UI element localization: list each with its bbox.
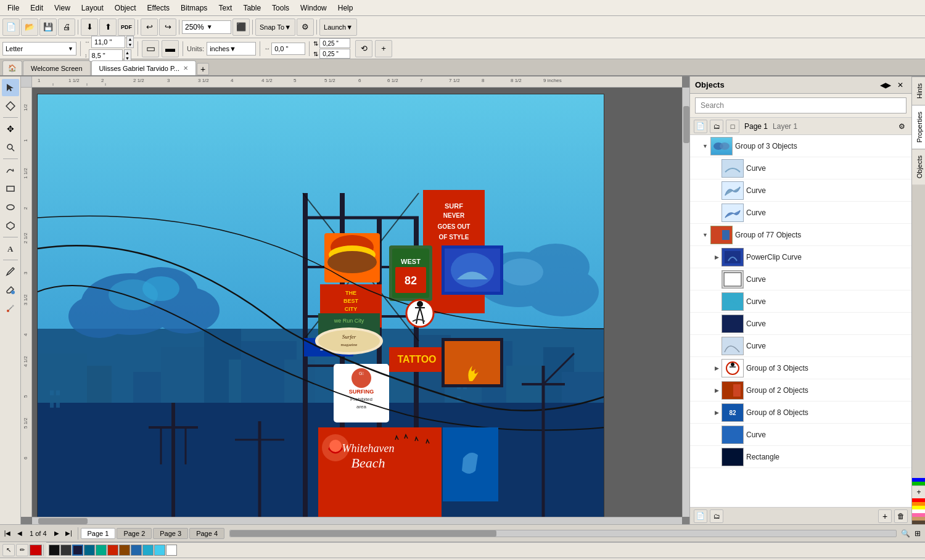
expand-group8-arrow[interactable]: ▶	[715, 410, 719, 416]
menu-tools[interactable]: Tools	[267, 2, 294, 14]
zoom-tool-btn[interactable]	[2, 139, 19, 156]
export-button[interactable]: ⬆	[99, 19, 117, 36]
menu-edit[interactable]: Edit	[25, 2, 48, 14]
menu-window[interactable]: Window	[295, 2, 332, 14]
text-tool-btn[interactable]: A	[2, 240, 19, 257]
obj-curve-blue[interactable]: ▶ Curve	[690, 424, 911, 446]
obj-tool-layer-icon[interactable]: 🗂	[710, 120, 723, 133]
swatch-red[interactable]	[107, 545, 118, 556]
polygon-tool-btn[interactable]	[2, 217, 19, 234]
obj-delete-btn[interactable]: 🗑	[894, 509, 908, 523]
obj-tool-page-icon[interactable]: 📄	[694, 120, 707, 133]
page-height-input[interactable]	[89, 49, 123, 62]
obj-group-nosurfing[interactable]: ▶ Group of 3 Objects	[690, 357, 911, 379]
snap-to-dropdown[interactable]: Snap To▼	[255, 19, 295, 36]
swatch-darkgray[interactable]	[60, 545, 72, 556]
eyedropper-tool-btn[interactable]	[2, 300, 19, 317]
menu-text[interactable]: Text	[213, 2, 237, 14]
redo-button[interactable]: ↪	[159, 19, 176, 36]
print-button[interactable]: 🖨	[58, 19, 75, 36]
canvas-viewport[interactable]: SURF NEVER GOES OUT OF STYLE THE BEST CI…	[32, 88, 682, 517]
menu-view[interactable]: View	[49, 2, 75, 14]
swatch-teal[interactable]	[84, 545, 95, 556]
pdf-button[interactable]: PDF	[118, 19, 135, 36]
swatch-black[interactable]	[49, 545, 60, 556]
panel-float-btn[interactable]: ◀▶	[879, 79, 892, 91]
page-hscroll-thumb[interactable]	[230, 530, 496, 537]
menu-layout[interactable]: Layout	[76, 2, 109, 14]
units-dropdown[interactable]: inches▼	[207, 42, 256, 56]
menu-bitmaps[interactable]: Bitmaps	[176, 2, 212, 14]
swatch-white[interactable]	[166, 545, 177, 556]
obj-group-8[interactable]: ▶ 82 Group of 8 Objects	[690, 401, 911, 424]
page-hscroll[interactable]	[229, 530, 897, 537]
obj-rectangle-dark[interactable]: ▶ Rectangle	[690, 446, 911, 468]
obj-powerclip[interactable]: ▶ PowerClip Curve	[690, 246, 911, 268]
swatch-green[interactable]	[96, 545, 107, 556]
zoom-out-btn[interactable]: 🔍	[899, 527, 911, 540]
page-tab-1[interactable]: Page 1	[81, 528, 116, 539]
swatch-lightblue[interactable]	[142, 545, 154, 556]
add-color-btn[interactable]: +	[912, 486, 925, 498]
properties-tab[interactable]: Properties	[912, 105, 925, 149]
objects-tab[interactable]: Objects	[912, 149, 925, 184]
menu-effects[interactable]: Effects	[142, 2, 175, 14]
menu-object[interactable]: Object	[110, 2, 141, 14]
pan-tool-btn[interactable]: ✥	[2, 120, 19, 138]
obj-layer-view-btn[interactable]: 🗂	[710, 509, 723, 523]
obj-settings-btn[interactable]: ⚙	[895, 120, 908, 133]
page-tab-2[interactable]: Page 2	[117, 528, 152, 539]
menu-help[interactable]: Help	[333, 2, 358, 14]
rectangle-tool-btn[interactable]	[2, 180, 19, 197]
swatch-cyan[interactable]	[154, 545, 165, 556]
paper-size-dropdown[interactable]: Letter ▼	[2, 42, 76, 56]
settings-button[interactable]: ⚙	[297, 19, 314, 36]
undo-button[interactable]: ↩	[141, 19, 158, 36]
obj-group-3[interactable]: ▼ Group of 3 Objects	[690, 135, 911, 157]
nudge2-input[interactable]	[319, 49, 350, 59]
tab-close-button[interactable]: ✕	[183, 65, 188, 72]
width-down-btn[interactable]: ▼	[127, 42, 133, 47]
save-button[interactable]: 💾	[39, 19, 57, 36]
swatch-blue[interactable]	[131, 545, 142, 556]
page-tab-4[interactable]: Page 4	[189, 528, 224, 539]
landscape-btn[interactable]: ▬	[162, 40, 179, 57]
ellipse-tool-btn[interactable]	[2, 199, 19, 216]
obj-curve-1[interactable]: ▶ Curve	[690, 157, 911, 179]
tab-document[interactable]: Ulisses Gabriel Tarvido P... ✕	[91, 60, 196, 75]
obj-curve-3[interactable]: ▶ Curve	[690, 202, 911, 224]
obj-curve-2[interactable]: ▶ Curve	[690, 179, 911, 202]
obj-page-view-btn[interactable]: 📄	[694, 509, 707, 523]
vertical-scrollbar[interactable]	[682, 88, 689, 517]
expand-group3-arrow[interactable]: ▼	[702, 143, 708, 149]
tab-welcome-screen[interactable]: Welcome Screen	[23, 60, 91, 75]
obj-group-2[interactable]: ▶ Group of 2 Objects	[690, 379, 911, 401]
tab-home[interactable]: 🏠	[2, 60, 22, 75]
swatch-brown[interactable]	[119, 545, 130, 556]
tab-add-button[interactable]: +	[197, 63, 209, 75]
page-first-btn[interactable]: |◀	[1, 527, 14, 540]
pen-tool-btn[interactable]	[2, 263, 19, 280]
vscroll-thumb[interactable]	[683, 106, 689, 143]
page-prev-btn[interactable]: ◀	[14, 527, 26, 540]
horizontal-scrollbar[interactable]	[32, 517, 682, 524]
new-button[interactable]: 📄	[2, 19, 20, 36]
node-edit-small-btn[interactable]: ↖	[2, 544, 15, 556]
height-up-btn[interactable]: ▲	[125, 50, 131, 56]
select-tool-btn[interactable]	[2, 79, 19, 96]
expand-nosurfing-arrow[interactable]: ▶	[715, 365, 719, 371]
node-edit-tool-btn[interactable]	[2, 97, 19, 115]
expand-group2-arrow[interactable]: ▶	[715, 387, 719, 393]
obj-tool-object-icon[interactable]: □	[726, 120, 739, 133]
pen-small-btn[interactable]: ✏	[16, 544, 28, 556]
page-tab-3[interactable]: Page 3	[153, 528, 188, 539]
obj-curve-teal[interactable]: ▶ Curve	[690, 290, 911, 313]
launch-button[interactable]: Launch ▼	[319, 19, 357, 36]
hints-tab[interactable]: Hints	[912, 76, 925, 105]
objects-search-input[interactable]	[695, 97, 906, 113]
page-next-btn[interactable]: ▶	[51, 527, 63, 540]
obj-curve-outline[interactable]: ▶ Curve	[690, 268, 911, 290]
obj-add-layer-btn[interactable]: +	[878, 509, 892, 523]
zoom-fit-btn[interactable]: ⊞	[911, 527, 924, 540]
obj-group-77[interactable]: ▼ Group of 77 Objects	[690, 224, 911, 246]
